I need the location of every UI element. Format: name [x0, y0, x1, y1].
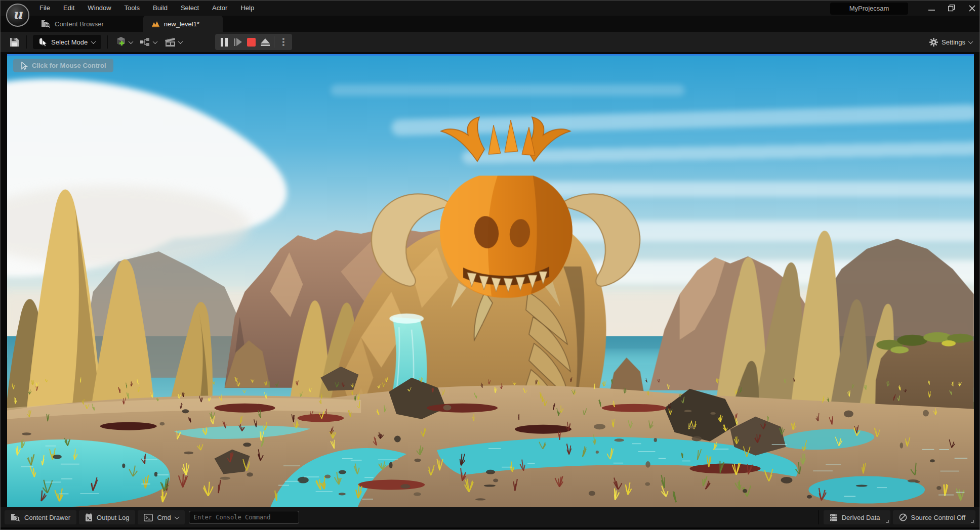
- pause-button[interactable]: [217, 35, 231, 49]
- settings-label: Settings: [942, 38, 965, 46]
- menu-build[interactable]: Build: [146, 1, 174, 16]
- derived-data-button[interactable]: Derived Data: [824, 510, 890, 524]
- restore-button[interactable]: [948, 5, 955, 12]
- select-mode-dropdown[interactable]: Select Mode: [33, 35, 101, 49]
- select-mode-label: Select Mode: [51, 38, 88, 46]
- cmd-dropdown[interactable]: Cmd: [138, 510, 184, 524]
- frame-skip-button[interactable]: [231, 35, 244, 49]
- console-command-input[interactable]: [189, 511, 299, 524]
- mouse-control-label: Click for Mouse Control: [32, 62, 106, 69]
- unreal-editor-window: u File Edit Window Tools Build Select Ac…: [0, 0, 980, 530]
- clapperboard-icon: [164, 37, 176, 47]
- output-log-label: Output Log: [97, 514, 129, 521]
- divider: [818, 510, 819, 524]
- tab-label: Content Browser: [55, 20, 104, 28]
- menu-file[interactable]: File: [33, 1, 57, 16]
- chevron-down-icon: [129, 39, 134, 44]
- menu-tools[interactable]: Tools: [118, 1, 146, 16]
- blueprint-nodes-icon: [140, 37, 151, 47]
- menu-bar: File Edit Window Tools Build Select Acto…: [33, 1, 261, 16]
- terminal-icon: [144, 514, 153, 521]
- chevron-down-icon: [968, 39, 973, 44]
- stop-button[interactable]: [244, 35, 258, 49]
- mouse-control-hint[interactable]: Click for Mouse Control: [13, 59, 113, 72]
- main-toolbar: Select Mode: [1, 32, 979, 53]
- status-bar-right: Derived Data Source Control Off: [815, 510, 979, 524]
- close-button[interactable]: [968, 5, 975, 12]
- project-title: MyProjecsam: [830, 3, 908, 15]
- output-log-button[interactable]: Output Log: [79, 510, 135, 524]
- output-log-icon: [85, 513, 93, 522]
- add-cube-icon: [115, 36, 127, 48]
- chevron-down-icon: [91, 39, 96, 44]
- tab-level[interactable]: new_level1*: [143, 16, 223, 32]
- derived-data-label: Derived Data: [842, 514, 880, 521]
- level-icon: [151, 20, 160, 27]
- content-drawer-button[interactable]: Content Drawer: [5, 510, 76, 524]
- chevron-down-icon: [174, 514, 179, 519]
- menu-actor[interactable]: Actor: [206, 1, 234, 16]
- source-control-off-icon: [899, 513, 907, 521]
- cursor-outline-icon: [20, 62, 28, 70]
- status-bar: Content Drawer Output Log Cmd: [1, 507, 979, 527]
- viewport-settings-dropdown[interactable]: Settings: [929, 38, 972, 47]
- minimize-button[interactable]: [928, 5, 935, 12]
- cursor-icon: [39, 38, 47, 47]
- resize-corner-icon: [970, 519, 974, 523]
- toolbar-separator: [26, 35, 27, 49]
- game-viewport[interactable]: Click for Mouse Control: [7, 54, 974, 508]
- eject-button[interactable]: [258, 35, 272, 49]
- play-options-kebab[interactable]: •••: [276, 35, 290, 49]
- toolbar-separator: [107, 35, 108, 49]
- menu-select[interactable]: Select: [174, 1, 206, 16]
- menu-help[interactable]: Help: [234, 1, 261, 16]
- add-actor-dropdown[interactable]: [112, 34, 136, 50]
- derived-data-icon: [830, 514, 838, 521]
- tab-label: new_level1*: [164, 20, 199, 28]
- window-controls: [928, 1, 975, 16]
- window-edge: [1, 527, 979, 529]
- save-button[interactable]: [7, 34, 22, 50]
- source-control-label: Source Control Off: [911, 514, 965, 521]
- chevron-down-icon: [153, 39, 158, 44]
- viewport-scene: [7, 54, 974, 508]
- save-icon: [10, 37, 19, 47]
- unreal-logo-icon[interactable]: u: [6, 4, 29, 27]
- content-browser-icon: [41, 20, 51, 28]
- play-controls: •••: [215, 34, 292, 50]
- cmd-label: Cmd: [157, 514, 171, 521]
- blueprints-dropdown[interactable]: [136, 34, 160, 50]
- divider: [274, 36, 274, 48]
- gear-icon: [929, 38, 938, 47]
- cinematics-dropdown[interactable]: [160, 34, 186, 50]
- chevron-down-icon: [178, 39, 183, 44]
- tab-bar: Content Browser new_level1*: [1, 16, 979, 32]
- tab-content-browser[interactable]: Content Browser: [33, 16, 112, 32]
- resize-corner-icon: [885, 519, 889, 523]
- content-drawer-icon: [11, 513, 20, 521]
- source-control-button[interactable]: Source Control Off: [893, 510, 975, 524]
- content-drawer-label: Content Drawer: [24, 514, 70, 521]
- menu-window[interactable]: Window: [81, 1, 117, 16]
- menu-edit[interactable]: Edit: [57, 1, 81, 16]
- viewport-focus-border: [7, 54, 974, 56]
- title-bar: u File Edit Window Tools Build Select Ac…: [1, 1, 979, 16]
